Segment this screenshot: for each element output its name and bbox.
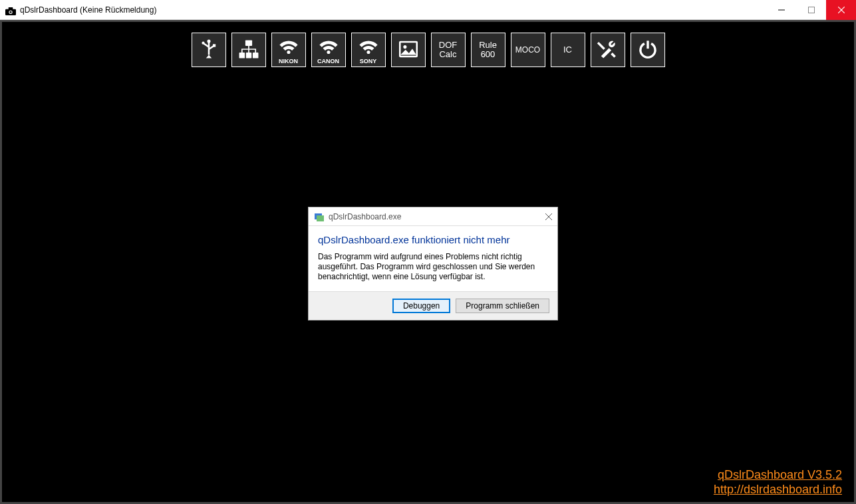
close-button[interactable] bbox=[826, 0, 856, 20]
svg-rect-13 bbox=[239, 53, 245, 59]
svg-rect-24 bbox=[317, 215, 324, 221]
dialog-text: Das Programm wird aufgrund eines Problem… bbox=[318, 252, 548, 282]
usb-icon bbox=[198, 38, 220, 62]
svg-rect-21 bbox=[597, 42, 605, 50]
website-link[interactable]: http://dslrdashboard.info bbox=[714, 482, 842, 497]
gallery-button[interactable] bbox=[391, 33, 426, 67]
svg-point-18 bbox=[366, 51, 370, 54]
app-crash-icon bbox=[314, 211, 325, 222]
svg-point-17 bbox=[327, 51, 330, 54]
dialog-button-row: Debuggen Programm schließen bbox=[309, 291, 557, 320]
camera-icon bbox=[5, 6, 16, 14]
ic-label: IC bbox=[563, 45, 572, 55]
dof-calc-button[interactable]: DOF Calc bbox=[431, 33, 466, 67]
rule-600-button[interactable]: Rule 600 bbox=[471, 33, 505, 67]
sony-label: SONY bbox=[360, 58, 377, 64]
tools-icon bbox=[597, 38, 619, 62]
power-icon bbox=[637, 38, 659, 62]
image-icon bbox=[397, 38, 420, 62]
power-button[interactable] bbox=[631, 33, 665, 67]
window-title: qDslrDashboard (Keine Rückmeldung) bbox=[20, 5, 156, 15]
ic-button[interactable]: IC bbox=[551, 33, 585, 67]
svg-rect-5 bbox=[808, 7, 814, 13]
moco-label: MOCO bbox=[515, 45, 540, 55]
tools-button[interactable] bbox=[591, 33, 625, 67]
svg-rect-11 bbox=[212, 44, 215, 47]
error-dialog: qDslrDashboard.exe qDslrDashboard.exe fu… bbox=[308, 207, 558, 320]
dialog-close-button[interactable] bbox=[545, 211, 552, 222]
rule-line2: 600 bbox=[481, 50, 496, 59]
nikon-label: NIKON bbox=[279, 58, 298, 64]
network-icon bbox=[237, 38, 260, 62]
rule-line1: Rule bbox=[479, 41, 497, 50]
svg-rect-12 bbox=[245, 40, 251, 46]
footer: qDslrDashboard V3.5.2 http://dslrdashboa… bbox=[714, 467, 842, 497]
dialog-titlebar: qDslrDashboard.exe bbox=[309, 207, 557, 226]
canon-label: CANON bbox=[317, 58, 339, 64]
network-button[interactable] bbox=[231, 33, 266, 67]
svg-point-10 bbox=[202, 42, 204, 45]
dof-line2: Calc bbox=[439, 50, 456, 59]
wifi-icon bbox=[357, 35, 380, 59]
version-link[interactable]: qDslrDashboard V3.5.2 bbox=[714, 467, 842, 482]
wifi-icon bbox=[317, 35, 340, 59]
dialog-title: qDslrDashboard.exe bbox=[329, 212, 401, 221]
close-program-button[interactable]: Programm schließen bbox=[456, 299, 549, 313]
svg-point-3 bbox=[10, 11, 12, 13]
window-controls bbox=[766, 0, 856, 20]
maximize-button[interactable] bbox=[796, 0, 826, 20]
dialog-heading: qDslrDashboard.exe funktioniert nicht me… bbox=[318, 234, 548, 245]
dof-line1: DOF bbox=[439, 41, 457, 50]
svg-point-20 bbox=[403, 45, 406, 49]
dialog-body: qDslrDashboard.exe funktioniert nicht me… bbox=[309, 226, 557, 291]
titlebar: qDslrDashboard (Keine Rückmeldung) bbox=[0, 0, 856, 20]
nikon-wifi-button[interactable]: NIKON bbox=[271, 33, 306, 67]
moco-button[interactable]: MOCO bbox=[511, 33, 545, 67]
svg-point-16 bbox=[287, 51, 290, 54]
client-area: NIKON CANON bbox=[0, 20, 856, 504]
toolbar: NIKON CANON bbox=[2, 22, 854, 67]
minimize-button[interactable] bbox=[766, 0, 796, 20]
canon-wifi-button[interactable]: CANON bbox=[311, 33, 346, 67]
svg-rect-14 bbox=[245, 53, 251, 59]
usb-button[interactable] bbox=[192, 33, 226, 67]
debug-button[interactable]: Debuggen bbox=[392, 299, 450, 313]
svg-rect-15 bbox=[252, 53, 258, 59]
sony-wifi-button[interactable]: SONY bbox=[351, 33, 386, 67]
wifi-icon bbox=[277, 35, 300, 59]
main-window: qDslrDashboard (Keine Rückmeldung) bbox=[0, 0, 856, 504]
svg-rect-1 bbox=[9, 7, 13, 10]
